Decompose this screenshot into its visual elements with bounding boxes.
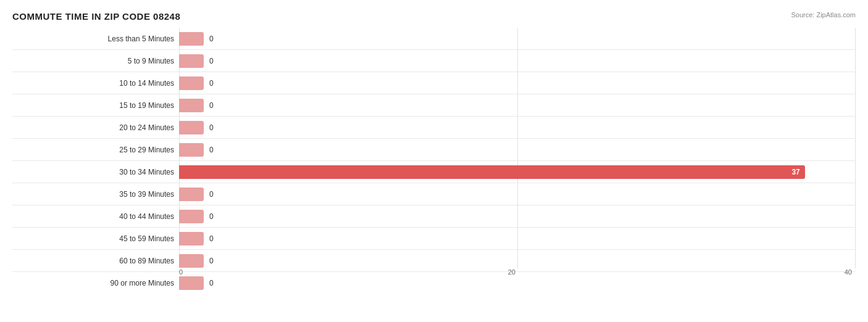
bar-fill: 0 <box>179 254 204 268</box>
bar-label: 35 to 39 Minutes <box>12 190 179 199</box>
bar-track: 0 <box>179 254 856 268</box>
bar-track: 0 <box>179 210 856 223</box>
x-tick-20: 20 <box>508 268 515 276</box>
bar-row: 45 to 59 Minutes0 <box>12 228 856 250</box>
x-tick-0: 0 <box>179 268 183 276</box>
bar-track: 37 <box>179 165 856 179</box>
bar-fill: 0 <box>179 121 204 134</box>
bar-fill: 0 <box>179 54 204 68</box>
bar-value: 0 <box>209 123 214 132</box>
bar-value: 0 <box>209 79 214 88</box>
bar-value: 0 <box>209 257 214 265</box>
bar-value: 0 <box>209 101 214 110</box>
bar-label: 45 to 59 Minutes <box>12 234 179 243</box>
bar-track: 0 <box>179 76 856 90</box>
bar-value: 0 <box>209 57 214 65</box>
bar-track: 0 <box>179 121 856 134</box>
bar-row: 30 to 34 Minutes37 <box>12 161 856 183</box>
x-tick-40: 40 <box>845 268 852 276</box>
bar-fill: 0 <box>179 143 204 157</box>
bar-value: 0 <box>209 234 214 243</box>
x-axis: 0 20 40 <box>179 268 856 287</box>
bar-track: 0 <box>179 54 856 68</box>
bar-row: 20 to 24 Minutes0 <box>12 117 856 139</box>
bar-value-inside: 37 <box>791 168 804 176</box>
bar-value: 0 <box>209 146 214 154</box>
chart-container: COMMUTE TIME IN ZIP CODE 08248 Source: Z… <box>0 0 868 322</box>
bar-label: 60 to 89 Minutes <box>12 257 179 265</box>
bar-value: 0 <box>209 212 214 221</box>
bar-label: 40 to 44 Minutes <box>12 212 179 221</box>
bar-row: 25 to 29 Minutes0 <box>12 139 856 161</box>
chart-area: Less than 5 Minutes05 to 9 Minutes010 to… <box>12 28 856 287</box>
bar-label: 30 to 34 Minutes <box>12 168 179 176</box>
bar-fill: 0 <box>179 76 204 90</box>
bar-label: Less than 5 Minutes <box>12 35 179 43</box>
bar-label: 25 to 29 Minutes <box>12 146 179 154</box>
bar-fill: 0 <box>179 99 204 112</box>
bar-fill: 0 <box>179 188 204 201</box>
bar-label: 90 or more Minutes <box>12 279 179 287</box>
chart-header: COMMUTE TIME IN ZIP CODE 08248 Source: Z… <box>12 11 856 22</box>
bar-row: Less than 5 Minutes0 <box>12 28 856 50</box>
bar-track: 0 <box>179 232 856 246</box>
bar-label: 20 to 24 Minutes <box>12 123 179 132</box>
bar-row: 10 to 14 Minutes0 <box>12 72 856 94</box>
chart-title: COMMUTE TIME IN ZIP CODE 08248 <box>12 11 180 22</box>
bars-area: Less than 5 Minutes05 to 9 Minutes010 to… <box>12 28 856 268</box>
bar-value: 0 <box>209 35 214 43</box>
bar-fill: 0 <box>179 232 204 246</box>
bar-fill: 0 <box>179 32 204 46</box>
bar-label: 5 to 9 Minutes <box>12 57 179 65</box>
bar-track: 0 <box>179 188 856 201</box>
chart-source: Source: ZipAtlas.com <box>791 11 856 19</box>
bar-fill: 37 <box>179 165 805 179</box>
bar-track: 0 <box>179 143 856 157</box>
bar-track: 0 <box>179 32 856 46</box>
bar-row: 15 to 19 Minutes0 <box>12 94 856 117</box>
bar-row: 40 to 44 Minutes0 <box>12 205 856 228</box>
bar-fill: 0 <box>179 210 204 223</box>
bar-track: 0 <box>179 99 856 112</box>
bar-label: 15 to 19 Minutes <box>12 101 179 110</box>
bar-row: 35 to 39 Minutes0 <box>12 183 856 205</box>
bar-label: 10 to 14 Minutes <box>12 79 179 88</box>
bar-value: 0 <box>209 190 214 199</box>
bar-row: 5 to 9 Minutes0 <box>12 50 856 72</box>
